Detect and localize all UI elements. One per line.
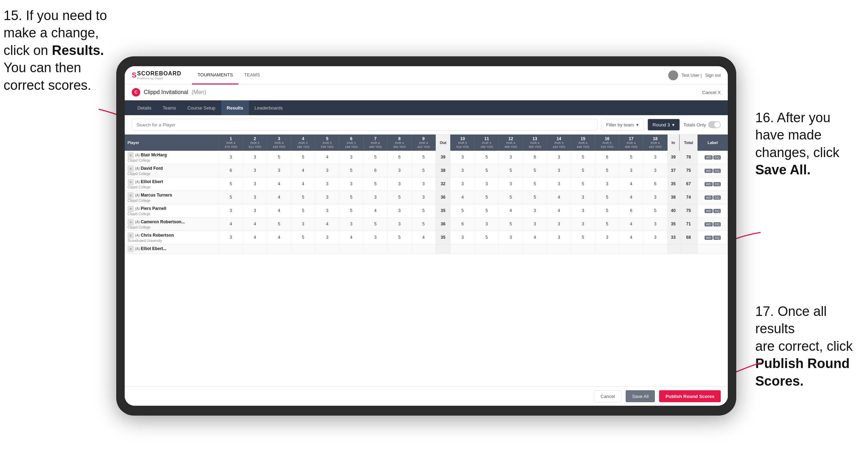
score-cell[interactable]: 3 (475, 217, 498, 231)
score-cell[interactable]: 6 (388, 151, 411, 164)
score-cell[interactable]: 3 (388, 204, 411, 217)
score-cell[interactable]: 5 (595, 164, 619, 177)
score-cell[interactable]: 3 (547, 217, 571, 231)
score-cell[interactable]: 4 (315, 151, 339, 164)
score-cell[interactable]: 5 (595, 204, 619, 217)
score-cell[interactable]: 4 (619, 191, 643, 204)
score-cell[interactable]: 5 (291, 204, 315, 217)
score-cell[interactable]: 3 (267, 164, 291, 177)
score-cell[interactable]: 3 (547, 164, 571, 177)
dq-label[interactable]: DQ (713, 169, 721, 173)
score-cell[interactable]: 3 (547, 151, 571, 164)
score-cell[interactable]: 5 (411, 151, 435, 164)
score-cell[interactable]: 3 (499, 231, 523, 244)
score-cell[interactable]: 4 (339, 231, 363, 244)
score-cell[interactable]: 3 (315, 204, 339, 217)
wd-label[interactable]: WD (705, 195, 713, 200)
score-cell[interactable]: 3 (451, 177, 475, 191)
score-cell[interactable]: 5 (291, 151, 315, 164)
publish-round-scores-btn[interactable]: Publish Round Scores (659, 390, 721, 402)
score-cell[interactable]: 5 (499, 164, 523, 177)
search-input[interactable] (132, 119, 597, 131)
score-cell[interactable]: 6 (643, 177, 667, 191)
score-cell[interactable]: 5 (619, 151, 643, 164)
score-cell[interactable]: 3 (243, 204, 267, 217)
score-cell[interactable]: 4 (267, 177, 291, 191)
score-cell[interactable]: 3 (499, 151, 523, 164)
score-cell[interactable]: 3 (499, 177, 523, 191)
score-cell[interactable]: 3 (219, 231, 243, 244)
score-cell[interactable] (363, 244, 387, 254)
score-cell[interactable]: 3 (451, 231, 475, 244)
score-cell[interactable]: 5 (475, 231, 498, 244)
score-cell[interactable] (219, 244, 243, 254)
round-select-btn[interactable]: Round 3 ▾ (647, 119, 680, 131)
score-cell[interactable]: 5 (291, 231, 315, 244)
score-cell[interactable] (499, 244, 523, 254)
wd-label[interactable]: WD (705, 169, 713, 173)
score-cell[interactable]: 3 (643, 164, 667, 177)
dq-label[interactable]: DQ (713, 209, 721, 213)
score-cell[interactable]: 5 (219, 191, 243, 204)
score-cell[interactable]: 3 (451, 164, 475, 177)
score-cell[interactable]: 3 (243, 177, 267, 191)
scores-table-container[interactable]: Player 1 PAR 4 370 YDS 2 PAR 5 511 YDS (125, 135, 728, 386)
score-cell[interactable]: 3 (219, 151, 243, 164)
score-cell[interactable]: 5 (475, 204, 498, 217)
score-cell[interactable]: 5 (363, 217, 387, 231)
score-cell[interactable]: 6 (595, 151, 619, 164)
score-cell[interactable]: 3 (315, 191, 339, 204)
score-cell[interactable]: 3 (315, 177, 339, 191)
score-cell[interactable]: 5 (499, 217, 523, 231)
cancel-action-btn[interactable]: Cancel (594, 390, 621, 402)
score-cell[interactable]: 5 (388, 191, 411, 204)
score-cell[interactable]: 4 (267, 204, 291, 217)
score-cell[interactable]: 5 (475, 151, 498, 164)
dq-label[interactable]: DQ (713, 195, 721, 200)
score-cell[interactable] (291, 244, 315, 254)
score-cell[interactable]: 3 (388, 164, 411, 177)
score-cell[interactable]: 4 (547, 191, 571, 204)
tab-results[interactable]: Results (221, 100, 249, 115)
score-cell[interactable]: 3 (411, 191, 435, 204)
score-cell[interactable]: 4 (267, 191, 291, 204)
score-cell[interactable] (388, 244, 411, 254)
cancel-tournament-btn[interactable]: Cancel X (702, 90, 721, 95)
score-cell[interactable]: 5 (643, 204, 667, 217)
wd-label[interactable]: WD (705, 155, 713, 160)
score-cell[interactable]: 4 (267, 231, 291, 244)
score-cell[interactable]: 5 (219, 177, 243, 191)
score-cell[interactable]: 3 (523, 217, 547, 231)
score-cell[interactable]: 3 (388, 177, 411, 191)
score-cell[interactable]: 5 (267, 151, 291, 164)
score-cell[interactable]: 6 (219, 164, 243, 177)
score-cell[interactable]: 5 (411, 164, 435, 177)
score-cell[interactable] (451, 244, 475, 254)
score-cell[interactable]: 4 (363, 204, 387, 217)
save-all-btn[interactable]: Save All (626, 390, 655, 402)
score-cell[interactable]: 4 (451, 191, 475, 204)
score-cell[interactable]: 6 (619, 204, 643, 217)
score-cell[interactable]: 3 (291, 217, 315, 231)
score-cell[interactable]: 3 (595, 177, 619, 191)
score-cell[interactable]: 5 (571, 164, 595, 177)
sign-out-link[interactable]: Sign out (705, 73, 721, 78)
nav-tournaments[interactable]: TOURNAMENTS (192, 66, 238, 85)
score-cell[interactable]: 5 (363, 177, 387, 191)
score-cell[interactable]: 3 (243, 164, 267, 177)
score-cell[interactable]: 5 (571, 177, 595, 191)
score-cell[interactable]: 3 (643, 217, 667, 231)
score-cell[interactable]: 3 (571, 204, 595, 217)
score-cell[interactable]: 4 (523, 231, 547, 244)
score-cell[interactable]: 3 (339, 217, 363, 231)
tab-details[interactable]: Details (132, 100, 157, 115)
score-cell[interactable]: 4 (411, 231, 435, 244)
score-cell[interactable]: 3 (411, 177, 435, 191)
score-cell[interactable]: 5 (571, 151, 595, 164)
score-cell[interactable]: 3 (339, 177, 363, 191)
score-cell[interactable]: 5 (339, 164, 363, 177)
score-cell[interactable]: 3 (523, 204, 547, 217)
score-cell[interactable]: 5 (267, 217, 291, 231)
score-cell[interactable]: 6 (523, 151, 547, 164)
dq-label[interactable]: DQ (713, 222, 721, 226)
